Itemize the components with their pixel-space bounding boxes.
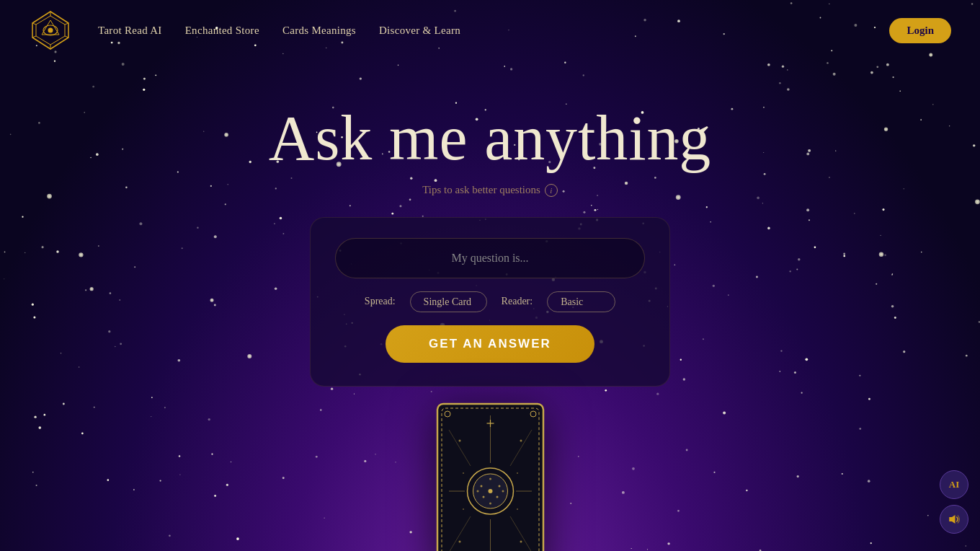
svg-point-42 <box>463 508 464 510</box>
svg-point-23 <box>496 495 498 498</box>
form-card: Spread: Single Card Three Card Celtic Cr… <box>310 217 670 387</box>
reader-label: Reader: <box>502 296 533 307</box>
tarot-card-wrap <box>435 401 546 551</box>
svg-marker-50 <box>949 515 955 524</box>
login-button[interactable]: Login <box>889 18 951 43</box>
selectors-row: Spread: Single Card Three Card Celtic Cr… <box>365 291 615 312</box>
svg-point-37 <box>520 439 522 441</box>
svg-point-3 <box>48 28 53 33</box>
sound-button[interactable] <box>940 505 968 534</box>
tips-row[interactable]: Tips to ask better questions i <box>422 184 558 197</box>
svg-point-26 <box>476 490 478 492</box>
ai-button[interactable]: AI <box>940 470 968 499</box>
svg-point-20 <box>480 485 482 487</box>
info-icon: i <box>545 184 558 197</box>
svg-point-36 <box>458 439 460 441</box>
bottom-right-buttons: AI <box>940 470 968 534</box>
logo-icon <box>29 9 72 52</box>
reader-select[interactable]: Basic Advanced Expert <box>547 291 615 312</box>
sound-icon <box>948 513 961 526</box>
svg-point-41 <box>517 472 518 474</box>
svg-point-24 <box>489 477 491 480</box>
tarot-card-illustration <box>435 401 546 551</box>
nav-enchanted-store[interactable]: Enchanted Store <box>185 25 259 37</box>
svg-point-19 <box>488 489 492 493</box>
nav-tarot-read-ai[interactable]: Tarot Read AI <box>98 25 162 37</box>
svg-point-38 <box>458 540 460 542</box>
svg-point-43 <box>517 508 518 510</box>
svg-point-25 <box>489 502 491 504</box>
svg-point-40 <box>463 472 464 474</box>
svg-point-39 <box>520 540 522 542</box>
get-answer-button[interactable]: GET AN ANSWER <box>386 325 594 363</box>
svg-point-27 <box>502 490 504 492</box>
nav-discover-learn[interactable]: Discover & Learn <box>379 25 460 37</box>
hero-title: Ask me anything <box>269 104 711 174</box>
spread-select[interactable]: Single Card Three Card Celtic Cross <box>410 291 487 312</box>
tips-label: Tips to ask better questions <box>422 184 540 196</box>
spread-label: Spread: <box>365 296 396 307</box>
svg-point-22 <box>482 495 484 498</box>
navbar: Tarot Read AI Enchanted Store Cards Mean… <box>0 0 980 61</box>
nav-cards-meanings[interactable]: Cards Meanings <box>282 25 356 37</box>
question-input[interactable] <box>335 238 645 278</box>
main-content: Ask me anything Tips to ask better quest… <box>0 61 980 551</box>
nav-links: Tarot Read AI Enchanted Store Cards Mean… <box>98 25 460 37</box>
svg-point-21 <box>498 485 500 487</box>
